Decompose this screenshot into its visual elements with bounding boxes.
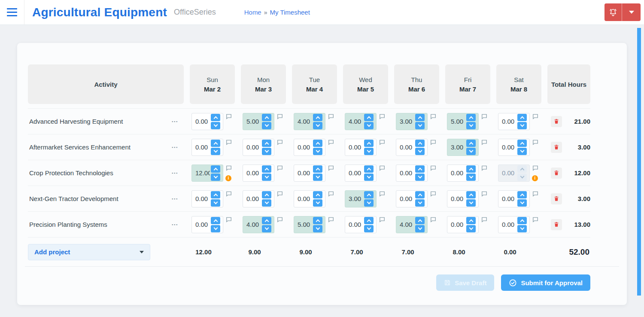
- row-actions-menu-button[interactable]: ⋯: [171, 170, 179, 176]
- increment-button[interactable]: [415, 191, 425, 198]
- decrement-button[interactable]: [313, 225, 322, 232]
- decrement-button[interactable]: [364, 122, 374, 129]
- comment-icon[interactable]: [430, 113, 436, 119]
- comment-icon[interactable]: [277, 165, 283, 171]
- comment-icon[interactable]: [226, 165, 232, 171]
- hours-input[interactable]: [294, 118, 312, 125]
- increment-button[interactable]: [262, 114, 271, 121]
- decrement-button[interactable]: [466, 148, 476, 155]
- hours-input[interactable]: [396, 143, 414, 151]
- hours-input[interactable]: [447, 118, 465, 125]
- decrement-button[interactable]: [313, 199, 322, 207]
- row-actions-menu-button[interactable]: ⋯: [171, 118, 179, 125]
- hours-input[interactable]: [345, 143, 363, 151]
- hours-input[interactable]: [498, 195, 516, 202]
- increment-button[interactable]: [262, 165, 271, 173]
- hours-input[interactable]: [294, 221, 312, 228]
- comment-icon[interactable]: [379, 139, 385, 145]
- increment-button[interactable]: [313, 114, 322, 121]
- hours-input[interactable]: [498, 143, 516, 151]
- comment-icon[interactable]: [328, 216, 334, 223]
- increment-button[interactable]: [262, 140, 271, 147]
- increment-button[interactable]: [364, 217, 374, 224]
- hours-input[interactable]: [345, 118, 363, 125]
- increment-button[interactable]: [415, 165, 425, 173]
- increment-button[interactable]: [313, 191, 322, 198]
- increment-button[interactable]: [415, 217, 425, 224]
- comment-icon[interactable]: [532, 113, 538, 119]
- hours-input[interactable]: [192, 143, 210, 151]
- hours-input[interactable]: [294, 143, 312, 151]
- hours-input[interactable]: [396, 221, 414, 228]
- decrement-button[interactable]: [466, 225, 476, 232]
- hours-input[interactable]: [396, 195, 414, 202]
- hours-input[interactable]: [192, 221, 210, 228]
- increment-button[interactable]: [364, 114, 374, 121]
- comment-icon[interactable]: [379, 191, 385, 197]
- hours-input[interactable]: [243, 195, 261, 202]
- hours-input[interactable]: [192, 169, 210, 177]
- decrement-button[interactable]: [211, 174, 220, 181]
- increment-button[interactable]: [517, 217, 527, 224]
- row-actions-menu-button[interactable]: ⋯: [171, 195, 179, 202]
- increment-button[interactable]: [466, 217, 476, 224]
- increment-button[interactable]: [466, 114, 476, 121]
- increment-button[interactable]: [262, 191, 271, 198]
- comment-icon[interactable]: [430, 165, 436, 171]
- comment-icon[interactable]: [328, 139, 334, 145]
- hours-input[interactable]: [294, 169, 312, 177]
- increment-button[interactable]: [517, 140, 527, 147]
- comment-icon[interactable]: [379, 113, 385, 119]
- decrement-button[interactable]: [415, 148, 425, 155]
- comment-icon[interactable]: [226, 139, 232, 145]
- decrement-button[interactable]: [313, 174, 322, 181]
- comment-icon[interactable]: [328, 113, 334, 119]
- delete-row-button[interactable]: [551, 142, 562, 153]
- increment-button[interactable]: [211, 140, 220, 147]
- hours-input[interactable]: [447, 195, 465, 202]
- increment-button[interactable]: [313, 217, 322, 224]
- decrement-button[interactable]: [364, 225, 374, 232]
- decrement-button[interactable]: [211, 199, 220, 207]
- delete-row-button[interactable]: [551, 193, 562, 204]
- submit-for-approval-button[interactable]: Submit for Approval: [501, 274, 590, 291]
- decrement-button[interactable]: [415, 174, 425, 181]
- increment-button[interactable]: [364, 191, 374, 198]
- increment-button[interactable]: [364, 165, 374, 173]
- delete-row-button[interactable]: [551, 168, 562, 179]
- comment-icon[interactable]: [532, 165, 538, 171]
- decrement-button[interactable]: [211, 225, 220, 232]
- user-menu-button[interactable]: [622, 3, 641, 21]
- decrement-button[interactable]: [313, 148, 322, 155]
- increment-button[interactable]: [211, 114, 220, 121]
- decrement-button[interactable]: [262, 225, 271, 232]
- hours-input[interactable]: [345, 221, 363, 228]
- decrement-button[interactable]: [262, 174, 271, 181]
- increment-button[interactable]: [466, 140, 476, 147]
- row-actions-menu-button[interactable]: ⋯: [171, 144, 179, 150]
- increment-button[interactable]: [415, 114, 425, 121]
- decrement-button[interactable]: [262, 148, 271, 155]
- hours-input[interactable]: [345, 195, 363, 202]
- decrement-button[interactable]: [466, 122, 476, 129]
- increment-button[interactable]: [415, 140, 425, 147]
- decrement-button[interactable]: [415, 122, 425, 129]
- comment-icon[interactable]: [379, 165, 385, 171]
- hours-input[interactable]: [294, 195, 312, 202]
- increment-button[interactable]: [517, 114, 527, 121]
- comment-icon[interactable]: [277, 113, 283, 119]
- comment-icon[interactable]: [226, 191, 232, 197]
- increment-button[interactable]: [211, 217, 220, 224]
- hours-input[interactable]: [243, 143, 261, 151]
- breadcrumb-current-link[interactable]: My Timesheet: [270, 9, 310, 16]
- comment-icon[interactable]: [328, 191, 334, 197]
- increment-button[interactable]: [466, 191, 476, 198]
- comment-icon[interactable]: [430, 216, 436, 223]
- comment-icon[interactable]: [532, 139, 538, 145]
- save-draft-button[interactable]: Save Draft: [436, 274, 494, 291]
- comment-icon[interactable]: [328, 165, 334, 171]
- hours-input[interactable]: [447, 221, 465, 228]
- increment-button[interactable]: [517, 165, 527, 173]
- comment-icon[interactable]: [226, 113, 232, 119]
- comment-icon[interactable]: [226, 216, 232, 223]
